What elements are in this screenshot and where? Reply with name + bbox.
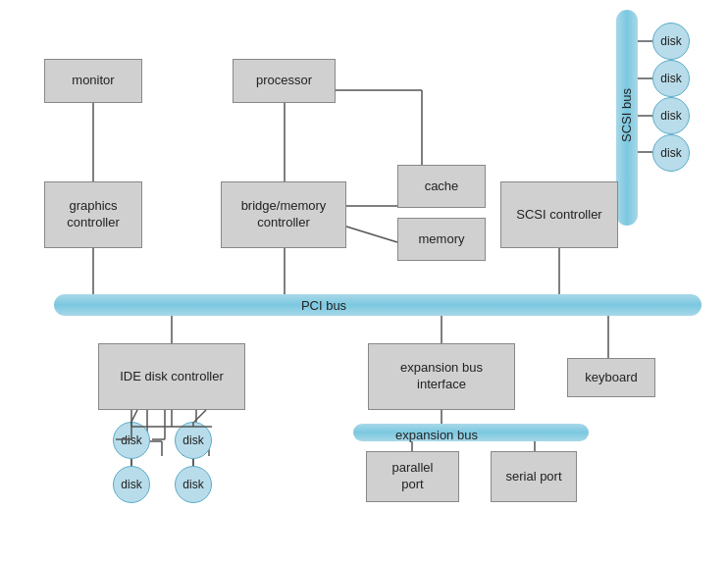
diagram: PCI bus SCSI bus expansion bus monitor p… (0, 0, 728, 561)
scsi-disk-1: disk (652, 23, 690, 60)
svg-line-5 (343, 226, 397, 242)
pci-bus-label: PCI bus (301, 298, 346, 313)
ide-disk-1: disk (113, 422, 150, 459)
ide-disk-4: disk (175, 466, 212, 503)
scsi-bus-label: SCSI bus (619, 18, 634, 214)
pci-bus (54, 294, 702, 316)
parallel-port-box: parallel port (366, 451, 459, 502)
expansion-bus-label: expansion bus (395, 428, 478, 442)
ide-controller-box: IDE disk controller (98, 343, 245, 410)
monitor-box: monitor (44, 59, 142, 103)
bridge-memory-box: bridge/memory controller (221, 181, 346, 248)
scsi-disk-3: disk (652, 97, 690, 134)
scsi-disk-2: disk (652, 60, 690, 97)
serial-port-box: serial port (491, 451, 577, 502)
svg-line-38 (194, 410, 206, 422)
scsi-controller-box: SCSI controller (500, 181, 618, 248)
cache-box: cache (397, 165, 486, 208)
scsi-disk-4: disk (652, 134, 690, 172)
ide-disk-2: disk (175, 422, 212, 459)
graphics-controller-box: graphics controller (44, 181, 142, 248)
processor-box: processor (233, 59, 336, 103)
keyboard-box: keyboard (567, 358, 655, 397)
ide-disk-3: disk (113, 466, 150, 503)
svg-line-37 (131, 410, 137, 422)
expansion-bus-interface-box: expansion bus interface (368, 343, 515, 410)
memory-box: memory (397, 218, 486, 261)
